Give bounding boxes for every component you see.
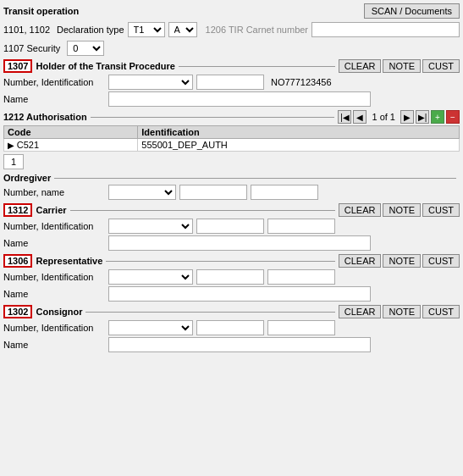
nav-last-button[interactable]: ▶| <box>416 110 429 124</box>
declaration-type-1-select[interactable]: T1 <box>128 22 165 37</box>
representative-name-input[interactable] <box>108 286 371 302</box>
ordregiver-title: Ordregiver <box>3 173 51 183</box>
nav-prev-button[interactable]: ◀ <box>353 110 367 124</box>
bottom-num-box: 1 <box>3 154 24 169</box>
representative-number-id-input2[interactable] <box>267 269 335 285</box>
consignor-name-input[interactable] <box>108 337 371 352</box>
authorisation-title: 1212 Authorisation <box>3 112 87 122</box>
consignor-clear-button[interactable]: CLEAR <box>339 305 382 318</box>
carrier-name-input[interactable] <box>108 235 371 251</box>
consignor-title: Consignor <box>36 307 82 317</box>
consignor-number-id-select[interactable] <box>108 320 193 335</box>
security-label: 1107 Security <box>3 43 60 53</box>
nav-add-button[interactable]: + <box>431 110 444 124</box>
carrier-number-id-input1[interactable] <box>196 219 264 234</box>
declaration-type-label: Declaration type <box>57 25 124 35</box>
ordregiver-number-name-label: Number, name <box>3 187 105 197</box>
carrier-number-id-input2[interactable] <box>267 219 335 234</box>
carrier-title: Carrier <box>36 205 66 215</box>
carrier-number-id-select[interactable] <box>108 219 193 234</box>
holder-cust-button[interactable]: CUST <box>422 59 460 73</box>
holder-number-id-select[interactable] <box>108 75 193 90</box>
representative-number-id-label: Number, Identification <box>3 272 105 282</box>
transit-op-title: Transit operation <box>3 6 79 16</box>
holder-id-value: NO777123456 <box>271 77 332 87</box>
declaration-type-2-select[interactable]: A <box>168 22 197 37</box>
page-info: 1 of 1 <box>372 112 395 122</box>
carrier-clear-button[interactable]: CLEAR <box>339 203 382 217</box>
consignor-name-label: Name <box>3 340 105 350</box>
holder-clear-button[interactable]: CLEAR <box>339 59 382 73</box>
representative-number-id-select[interactable] <box>108 269 193 285</box>
representative-note-button[interactable]: NOTE <box>383 254 421 268</box>
carrier-name-label: Name <box>3 238 105 248</box>
holder-number-id-input1[interactable] <box>196 75 264 90</box>
auth-col-code: Code <box>4 126 138 139</box>
consignor-note-button[interactable]: NOTE <box>383 305 421 318</box>
auth-row-identification: 555001_DEP_AUTH <box>138 139 460 152</box>
holder-number-id-label: Number, Identification <box>3 77 105 87</box>
representative-number-id-input1[interactable] <box>196 269 264 285</box>
nav-next-button[interactable]: ▶ <box>400 110 414 124</box>
carrier-code: 1312 <box>3 203 32 217</box>
holder-note-button[interactable]: NOTE <box>383 59 421 73</box>
security-select[interactable]: 0 <box>67 41 104 56</box>
consignor-cust-button[interactable]: CUST <box>422 305 460 318</box>
scan-documents-button[interactable]: SCAN / Documents <box>364 3 460 19</box>
consignor-number-id-input2[interactable] <box>267 320 335 335</box>
representative-clear-button[interactable]: CLEAR <box>339 254 382 268</box>
ordregiver-input2[interactable] <box>251 185 318 200</box>
tir-carnet-input[interactable] <box>311 22 460 37</box>
carrier-number-id-label: Number, Identification <box>3 221 105 231</box>
holder-name-input[interactable] <box>108 91 371 107</box>
nav-first-button[interactable]: |◀ <box>338 110 351 124</box>
auth-col-identification: Identification <box>138 126 460 139</box>
consignor-number-id-label: Number, Identification <box>3 323 105 333</box>
consignor-code: 1302 <box>3 305 32 318</box>
holder-code: 1307 <box>3 59 32 73</box>
representative-title: Representative <box>36 256 102 266</box>
carrier-cust-button[interactable]: CUST <box>422 203 460 217</box>
representative-name-label: Name <box>3 289 105 299</box>
ordregiver-number-name-select[interactable] <box>108 185 176 200</box>
auth-row-arrow-code: ▶ C521 <box>4 139 138 152</box>
consignor-number-id-input1[interactable] <box>196 320 264 335</box>
representative-code: 1306 <box>3 254 32 268</box>
field-1101-1102-label: 1101, 1102 <box>3 25 50 35</box>
holder-name-label: Name <box>3 94 105 104</box>
table-row[interactable]: ▶ C521 555001_DEP_AUTH <box>4 139 460 152</box>
authorisation-table: Code Identification ▶ C521 555001_DEP_AU… <box>3 125 460 152</box>
ordregiver-input1[interactable] <box>179 185 247 200</box>
nav-remove-button[interactable]: − <box>446 110 460 124</box>
representative-cust-button[interactable]: CUST <box>422 254 460 268</box>
holder-title: Holder of the Transit Procedure <box>36 61 174 71</box>
tir-carnet-label: 1206 TIR Carnet number <box>206 25 308 35</box>
carrier-note-button[interactable]: NOTE <box>383 203 421 217</box>
